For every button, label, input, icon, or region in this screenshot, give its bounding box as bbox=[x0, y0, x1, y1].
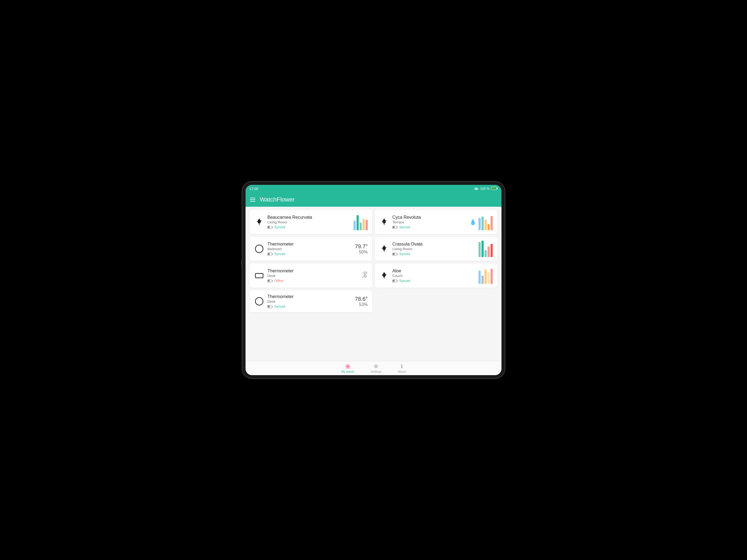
nav-label-about: About bbox=[398, 370, 406, 373]
card-location: Living Room bbox=[392, 247, 475, 251]
card-thermometer-desk-synced[interactable]: Thermometer Desk Synced 78.6° 53% bbox=[250, 290, 372, 312]
svg-rect-23 bbox=[397, 280, 397, 282]
svg-rect-22 bbox=[393, 280, 395, 282]
card-icon-cyca bbox=[379, 217, 389, 227]
svg-rect-12 bbox=[272, 253, 273, 255]
card-name: Cyca Revoluta bbox=[392, 215, 466, 220]
volume-button bbox=[241, 260, 242, 266]
nav-label-settings: Settings bbox=[370, 370, 381, 373]
card-icon-aloe-couch bbox=[379, 271, 389, 281]
battery-text: 100 % bbox=[480, 187, 489, 190]
card-right: 💧 bbox=[469, 214, 493, 230]
card-name: Crassula Ovata bbox=[392, 242, 475, 247]
card-status-text: Synced bbox=[399, 279, 410, 283]
svg-rect-1 bbox=[492, 187, 496, 189]
card-status: Offline bbox=[267, 279, 358, 283]
card-info-thermometer-desk-synced: Thermometer Desk Synced bbox=[267, 294, 352, 308]
card-reading: 79.7° 50% bbox=[355, 244, 368, 255]
card-status: Synced bbox=[392, 252, 475, 256]
menu-button[interactable] bbox=[250, 198, 255, 202]
card-right: 78.6° 53% bbox=[355, 296, 368, 307]
battery-icon bbox=[491, 187, 498, 191]
card-location: Desk bbox=[267, 274, 358, 278]
svg-rect-15 bbox=[397, 253, 397, 255]
nav-label-my-plants: My plants bbox=[341, 370, 354, 373]
card-humidity: 53% bbox=[355, 302, 368, 307]
card-status-text: Synced bbox=[399, 225, 410, 229]
svg-rect-11 bbox=[268, 253, 270, 255]
card-name: Thermometer bbox=[267, 269, 358, 274]
nav-icon-about: ℹ bbox=[401, 363, 403, 370]
tablet-shell: 17:00 100 % bbox=[242, 182, 505, 378]
svg-rect-27 bbox=[272, 306, 273, 307]
status-icons: 100 % bbox=[474, 187, 498, 191]
status-bar: 17:00 100 % bbox=[246, 185, 501, 193]
card-location: Terrace bbox=[392, 220, 466, 224]
card-right bbox=[362, 271, 368, 280]
nav-item-settings[interactable]: ⚙ Settings bbox=[370, 363, 381, 373]
svg-rect-16 bbox=[255, 274, 263, 278]
card-status: Synced bbox=[267, 252, 352, 256]
water-drop-icon: 💧 bbox=[469, 219, 476, 225]
card-crassula[interactable]: Crassula Ovata Living Room Synced bbox=[375, 237, 497, 261]
card-thermometer-desk-offline[interactable]: Thermometer Desk Offline bbox=[250, 263, 372, 288]
card-location: Couch bbox=[392, 274, 475, 278]
wifi-icon bbox=[474, 187, 479, 191]
status-time: 17:00 bbox=[249, 187, 258, 191]
card-info-beaucarnea: Beaucarnea Recurvata Living Room Synced bbox=[267, 215, 350, 229]
card-aloe-couch[interactable]: Aloe Couch Synced bbox=[375, 263, 497, 288]
card-name: Beaucarnea Recurvata bbox=[267, 215, 350, 220]
card-status: Synced bbox=[267, 305, 352, 308]
app-title: WatchFlower bbox=[260, 196, 295, 203]
card-icon-thermometer-bedroom bbox=[254, 244, 264, 254]
card-name: Thermometer bbox=[267, 294, 352, 299]
svg-rect-14 bbox=[393, 253, 395, 255]
card-location: Living Room bbox=[267, 220, 350, 224]
svg-point-24 bbox=[255, 298, 263, 305]
card-status: Synced bbox=[267, 225, 350, 229]
card-status: Synced bbox=[392, 225, 466, 229]
nav-icon-settings: ⚙ bbox=[374, 363, 378, 370]
nav-item-my-plants[interactable]: 🌸 My plants bbox=[341, 363, 354, 373]
card-right bbox=[479, 268, 493, 284]
card-right: 79.7° 50% bbox=[355, 244, 368, 255]
card-status-text: Synced bbox=[399, 252, 410, 256]
svg-point-9 bbox=[255, 245, 263, 253]
cards-grid: Beaucarnea Recurvata Living Room Synced … bbox=[250, 210, 497, 312]
card-info-crassula: Crassula Ovata Living Room Synced bbox=[392, 242, 475, 256]
card-info-cyca: Cyca Revoluta Terrace Synced bbox=[392, 215, 466, 229]
card-location: Desk bbox=[267, 299, 352, 304]
card-icon-thermometer-desk-offline bbox=[254, 271, 264, 281]
svg-rect-7 bbox=[393, 226, 395, 228]
card-info-thermometer-bedroom: Thermometer Bedroom Synced bbox=[267, 242, 352, 256]
svg-rect-8 bbox=[397, 227, 397, 228]
card-beaucarnea[interactable]: Beaucarnea Recurvata Living Room Synced bbox=[250, 210, 372, 234]
card-cyca[interactable]: Cyca Revoluta Terrace Synced 💧 bbox=[375, 210, 497, 234]
card-status-text: Synced bbox=[274, 225, 285, 229]
card-humidity: 50% bbox=[355, 250, 368, 255]
bottom-nav: 🌸 My plants ⚙ Settings ℹ About bbox=[246, 361, 501, 375]
card-name: Aloe bbox=[392, 269, 475, 274]
svg-rect-18 bbox=[268, 280, 270, 282]
bluetooth-off-icon bbox=[362, 271, 368, 280]
card-status-text: Synced bbox=[274, 305, 285, 308]
card-info-thermometer-desk-offline: Thermometer Desk Offline bbox=[267, 269, 358, 283]
card-status-text: Offline bbox=[274, 279, 284, 283]
svg-rect-4 bbox=[268, 226, 270, 228]
card-right bbox=[354, 214, 368, 230]
svg-rect-2 bbox=[497, 187, 498, 189]
card-status: Synced bbox=[392, 279, 475, 283]
nav-icon-my-plants: 🌸 bbox=[345, 363, 351, 370]
app-bar: WatchFlower bbox=[246, 193, 501, 207]
card-status-text: Synced bbox=[274, 252, 285, 256]
card-right bbox=[479, 240, 493, 257]
card-info-aloe-couch: Aloe Couch Synced bbox=[392, 269, 475, 283]
tablet-screen: 17:00 100 % bbox=[246, 185, 501, 375]
nav-item-about[interactable]: ℹ About bbox=[398, 363, 406, 373]
card-icon-beaucarnea bbox=[254, 217, 264, 227]
card-temp: 78.6° bbox=[355, 296, 368, 302]
card-temp: 79.7° bbox=[355, 244, 368, 250]
card-thermometer-bedroom[interactable]: Thermometer Bedroom Synced 79.7° 50% bbox=[250, 237, 372, 261]
card-icon-crassula bbox=[379, 244, 389, 254]
card-reading: 78.6° 53% bbox=[355, 296, 368, 307]
